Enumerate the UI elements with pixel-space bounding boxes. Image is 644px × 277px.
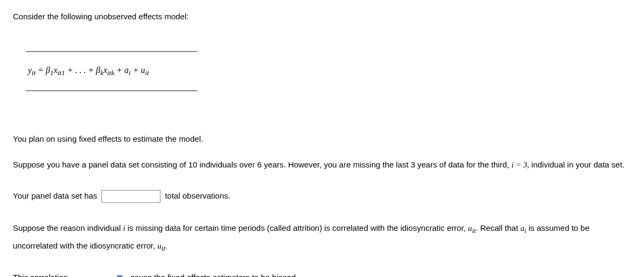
observations-question: Your panel data set has total observatio… [13, 190, 631, 203]
equation-bottom-rule [26, 90, 197, 91]
suppose1-b: individual in your data set. [529, 160, 625, 169]
s2-a: Suppose the reason individual [13, 223, 123, 232]
model-equation: yit = β1xit1 + . . . + βkxitk + ai + uit [26, 63, 197, 79]
suppose1-a: Suppose you have a panel data set consis… [13, 160, 511, 169]
s2-c: . Recall that [475, 223, 520, 232]
s2-e: . [165, 241, 167, 250]
suppose1-math: i = 3, [511, 161, 529, 169]
conclusion-a: This correlation [13, 273, 70, 277]
obs-b: total observations. [165, 191, 230, 200]
total-observations-input[interactable] [101, 190, 160, 203]
suppose-1: Suppose you have a panel data set consis… [13, 157, 631, 173]
s2-b: is missing data for certain time periods… [125, 223, 468, 232]
obs-a: Your panel data set has [13, 191, 99, 200]
s2-m4: uit [157, 242, 165, 250]
conclusion-line: This correlation cause the fixed effects… [13, 272, 631, 277]
equation-top-rule [26, 51, 197, 52]
suppose-2: Suppose the reason individual i is missi… [13, 220, 631, 256]
s2-m2: uit [468, 224, 475, 232]
conclusion-b: cause the fixed effects estimators to be… [130, 273, 298, 277]
equation-block: yit = β1xit1 + . . . + βkxitk + ai + uit [26, 51, 197, 91]
plan-text: You plan on using fixed effects to estim… [13, 133, 631, 145]
intro-text: Consider the following unobserved effect… [13, 11, 631, 23]
s2-m3: ai [521, 224, 526, 232]
